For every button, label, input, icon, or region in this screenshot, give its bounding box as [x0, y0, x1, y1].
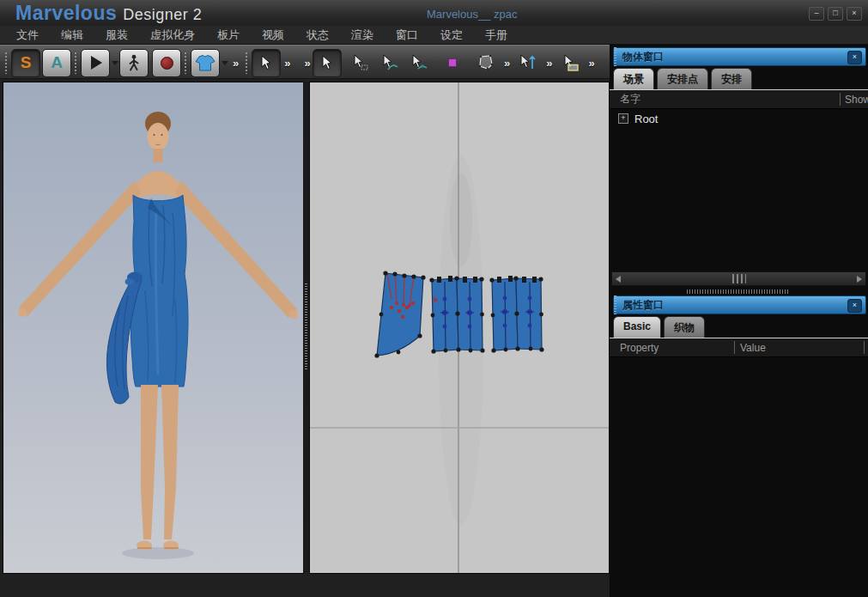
show-garment-button[interactable] — [191, 49, 220, 77]
splitter-grip-icon — [305, 283, 307, 369]
menu-status[interactable]: 状态 — [295, 27, 340, 43]
rectangle-tool-button[interactable] — [555, 49, 585, 77]
close-button[interactable]: × — [847, 7, 862, 21]
play-icon — [91, 56, 102, 70]
tab-arrangement-points[interactable]: 安排点 — [657, 68, 708, 91]
window-titlebar[interactable]: MarvelousDesigner 2 Marvelous__ zpac – □… — [0, 0, 868, 27]
toolbar: S A » — [0, 45, 611, 79]
toolbar-overflow[interactable]: » — [588, 57, 594, 70]
transform-pattern-button[interactable] — [346, 49, 375, 77]
toolbar-2d-group: » » » — [313, 48, 598, 77]
play-dropdown[interactable] — [110, 50, 119, 76]
walk-pose-button[interactable] — [119, 49, 149, 77]
scroll-right-arrow-icon[interactable] — [853, 272, 865, 285]
dock-splitter[interactable] — [687, 289, 790, 294]
edit-curve-point-button[interactable] — [404, 49, 434, 77]
toolbar-grip[interactable] — [74, 52, 78, 74]
toolbar-overflow[interactable]: » — [284, 57, 290, 70]
property-panel-close-button[interactable]: × — [847, 299, 862, 313]
object-panel-tabs: 场景 安排点 安排 — [613, 68, 755, 91]
chevron-down-icon — [112, 61, 118, 65]
chevron-down-icon — [222, 61, 228, 65]
menu-garment[interactable]: 服装 — [94, 27, 139, 43]
cursor-rectangle-icon — [561, 54, 580, 71]
brand-name: Marvelous — [15, 2, 117, 24]
viewport-3d[interactable] — [3, 82, 304, 574]
column-property: Property — [620, 342, 734, 354]
column-name: 名字 — [620, 92, 840, 107]
object-panel-close-button[interactable]: × — [847, 51, 862, 64]
scroll-left-arrow-icon[interactable] — [612, 272, 624, 285]
walking-person-icon — [126, 54, 142, 71]
cursor-pin-icon — [519, 54, 537, 71]
menu-video[interactable]: 视频 — [251, 27, 295, 43]
menu-avatar[interactable]: 虚拟化身 — [139, 27, 206, 43]
record-icon — [161, 57, 173, 70]
tab-fabric[interactable]: 织物 — [664, 316, 705, 339]
panel-grip-icon — [614, 295, 616, 314]
cursor-transform-icon — [352, 54, 369, 71]
pattern-pieces[interactable] — [310, 82, 609, 573]
scroll-grip-icon[interactable] — [732, 274, 746, 283]
property-panel-title: 属性窗口 — [622, 298, 664, 313]
garment-dropdown[interactable] — [220, 50, 229, 76]
menu-pattern[interactable]: 板片 — [206, 27, 251, 43]
menubar: 文件 编辑 服装 虚拟化身 板片 视频 状态 渲染 窗口 设定 手册 — [0, 26, 868, 45]
tab-scene[interactable]: 场景 — [613, 68, 654, 91]
menu-render[interactable]: 渲染 — [340, 27, 385, 43]
toolbar-overflow[interactable]: » — [504, 57, 510, 70]
simulate-button[interactable]: S — [11, 49, 40, 77]
expand-icon[interactable]: + — [618, 113, 628, 124]
avatar-with-dress[interactable] — [3, 82, 303, 573]
column-show: Show — [841, 94, 868, 106]
column-separator[interactable] — [864, 341, 865, 354]
object-panel-titlebar[interactable]: 物体窗口 × — [613, 47, 866, 66]
pin-tool-button[interactable] — [513, 49, 543, 77]
select-tool-3d-button[interactable] — [252, 49, 281, 77]
brand-suffix: Designer 2 — [123, 6, 202, 23]
tab-arrangement[interactable]: 安排 — [711, 68, 752, 91]
property-panel-titlebar[interactable]: 属性窗口 × — [613, 295, 866, 314]
tree-row-root[interactable]: + Root — [610, 110, 868, 127]
edit-curvature-button[interactable] — [375, 49, 404, 77]
maximize-button[interactable]: □ — [828, 7, 843, 21]
animation-button[interactable]: A — [42, 49, 71, 77]
menu-file[interactable]: 文件 — [5, 27, 50, 43]
toolbar-grip[interactable] — [184, 52, 188, 74]
record-button[interactable] — [152, 49, 181, 77]
panel-grip-icon — [614, 47, 616, 66]
document-title: Marvelous__ zpac — [427, 8, 518, 21]
menu-edit[interactable]: 编辑 — [50, 27, 94, 43]
property-panel-tabs: Basic 织物 — [613, 316, 707, 339]
toolbar-overflow[interactable]: » — [546, 57, 552, 70]
play-button[interactable] — [81, 49, 110, 77]
select-tool-2d-button[interactable] — [313, 49, 342, 77]
tree-root-label: Root — [634, 113, 658, 125]
menu-settings[interactable]: 设定 — [429, 27, 474, 43]
viewport-splitter[interactable] — [303, 82, 309, 572]
toolbar-overflow[interactable]: » — [233, 57, 239, 70]
cursor-icon — [259, 55, 273, 70]
property-columns-header: Property Value — [610, 338, 868, 357]
viewport-2d[interactable] — [309, 82, 610, 574]
simulate-icon: S — [21, 53, 32, 72]
object-panel-hscrollbar[interactable] — [611, 271, 866, 286]
object-columns-header: 名字 Show — [610, 90, 868, 109]
toolbar-grip[interactable] — [4, 52, 9, 74]
tab-basic[interactable]: Basic — [613, 316, 661, 339]
minimize-button[interactable]: – — [809, 7, 824, 21]
menu-window[interactable]: 窗口 — [385, 27, 429, 43]
toolbar-overflow[interactable]: » — [304, 57, 310, 70]
column-value: Value — [735, 342, 864, 354]
toolbar-grip[interactable] — [245, 52, 249, 74]
cursor-icon — [320, 55, 334, 70]
animation-icon: A — [51, 53, 63, 72]
app-window: MarvelousDesigner 2 Marvelous__ zpac – □… — [0, 0, 868, 597]
viewport-frame — [0, 79, 611, 597]
create-pattern-button[interactable] — [471, 49, 501, 77]
polygon-pattern-icon — [477, 54, 495, 71]
window-controls: – □ × — [809, 7, 862, 21]
menu-manual[interactable]: 手册 — [474, 27, 519, 43]
object-panel-title: 物体窗口 — [622, 50, 664, 64]
add-seam-point-button[interactable] — [438, 49, 467, 77]
